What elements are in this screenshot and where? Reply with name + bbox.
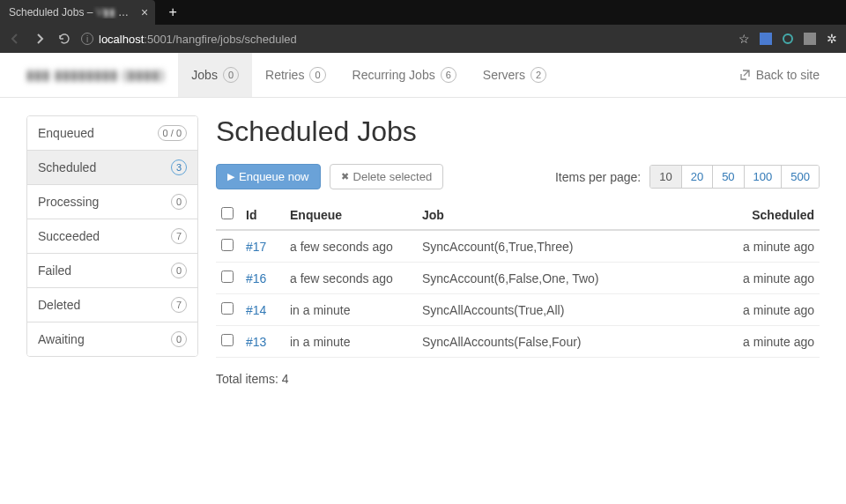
star-icon[interactable]: ☆ — [737, 32, 751, 46]
row-checkbox[interactable] — [221, 239, 234, 251]
back-to-site-label: Back to site — [756, 68, 820, 82]
enqueue-cell: a few seconds ago — [285, 263, 417, 294]
page-size-100[interactable]: 100 — [745, 166, 783, 188]
col-enqueue: Enqueue — [285, 200, 417, 230]
sidebar-item-label: Enqueued — [38, 126, 94, 140]
extension-icon[interactable] — [804, 33, 816, 45]
sidebar-item-count: 7 — [171, 228, 187, 244]
nav-tab-label: Servers — [483, 68, 525, 82]
enqueue-now-button[interactable]: ▶ Enqueue now — [216, 164, 321, 189]
nav-tab-count: 0 — [223, 67, 239, 83]
back-to-site-link[interactable]: Back to site — [738, 53, 820, 97]
extension-icon[interactable] — [760, 33, 772, 45]
row-checkbox[interactable] — [221, 302, 234, 315]
close-icon[interactable]: × — [141, 5, 148, 19]
page-size-20[interactable]: 20 — [682, 166, 713, 188]
table-row: #17a few seconds agoSyncAccount(6,True,T… — [216, 230, 820, 263]
tab-title-prefix: Scheduled Jobs – — [9, 6, 96, 19]
sidebar-item-label: Awaiting — [38, 332, 85, 346]
table-row: #14in a minuteSyncAllAccounts(True,All)a… — [216, 294, 820, 326]
sidebar-item-processing[interactable]: Processing0 — [27, 185, 197, 219]
external-link-icon — [738, 69, 751, 81]
table-row: #16a few seconds agoSyncAccount(6,False,… — [216, 263, 820, 294]
nav-tabs: Jobs 0Retries 0Recurring Jobs 6Servers 2 — [178, 53, 560, 97]
page-size-500[interactable]: 500 — [782, 166, 819, 188]
enqueue-cell: in a minute — [285, 294, 417, 326]
job-cell: SyncAccount(6,True,Three) — [417, 230, 723, 263]
main-content: Scheduled Jobs ▶ Enqueue now ✖ Delete se… — [216, 115, 820, 386]
nav-tab-retries[interactable]: Retries 0 — [252, 53, 338, 97]
nav-tab-label: Jobs — [191, 68, 218, 82]
job-cell: SyncAccount(6,False,One, Two) — [417, 263, 723, 294]
sidebar-item-count: 7 — [171, 297, 187, 313]
sidebar-item-label: Succeeded — [38, 229, 100, 243]
col-id: Id — [241, 200, 285, 230]
new-tab-button[interactable]: + — [164, 4, 182, 21]
job-id-link[interactable]: #16 — [246, 271, 266, 285]
brand-text: ▮▮▮ ▮▮▮▮▮▮▮▮ (▮▮▮▮) — [26, 67, 165, 83]
sidebar-item-succeeded[interactable]: Succeeded7 — [27, 219, 197, 254]
url-field[interactable]: i localhost:5001/hangfire/jobs/scheduled — [81, 33, 728, 46]
info-icon[interactable]: i — [81, 33, 93, 45]
sidebar-item-failed[interactable]: Failed0 — [27, 254, 197, 288]
enqueue-cell: in a minute — [285, 326, 417, 358]
scheduled-cell: a minute ago — [723, 263, 820, 294]
sidebar-item-scheduled[interactable]: Scheduled3 — [27, 151, 197, 185]
extension-icon[interactable] — [781, 32, 795, 46]
jobs-table: Id Enqueue Job Scheduled #17a few second… — [216, 200, 820, 358]
address-bar: i localhost:5001/hangfire/jobs/scheduled… — [0, 25, 846, 53]
scheduled-cell: a minute ago — [723, 230, 820, 263]
dashboard-topnav: ▮▮▮ ▮▮▮▮▮▮▮▮ (▮▮▮▮) Jobs 0Retries 0Recur… — [0, 53, 846, 98]
sidebar-item-count: 0 — [171, 263, 187, 278]
sidebar: Enqueued0 / 0Scheduled3Processing0Succee… — [26, 115, 198, 386]
sidebar-item-awaiting[interactable]: Awaiting0 — [27, 322, 197, 356]
job-cell: SyncAllAccounts(True,All) — [417, 294, 723, 326]
nav-tab-recurring-jobs[interactable]: Recurring Jobs 6 — [339, 53, 470, 97]
nav-tab-count: 0 — [309, 67, 325, 83]
scheduled-cell: a minute ago — [723, 326, 820, 358]
page-size-group: 102050100500 — [649, 165, 820, 189]
page-size-50[interactable]: 50 — [713, 166, 744, 188]
scheduled-cell: a minute ago — [723, 294, 820, 326]
reload-icon[interactable] — [56, 32, 72, 46]
sidebar-item-enqueued[interactable]: Enqueued0 / 0 — [27, 116, 197, 151]
brand[interactable]: ▮▮▮ ▮▮▮▮▮▮▮▮ (▮▮▮▮) — [26, 53, 178, 97]
sidebar-item-label: Failed — [38, 263, 71, 278]
page-size-10[interactable]: 10 — [650, 166, 681, 188]
sidebar-item-deleted[interactable]: Deleted7 — [27, 288, 197, 322]
forward-icon[interactable] — [32, 32, 48, 46]
sidebar-item-count: 0 / 0 — [158, 125, 187, 141]
tab-title-obscured: V▮▮ ▮▮▮▮▮▮ — [96, 6, 132, 19]
total-items: Total items: 4 — [216, 372, 820, 386]
table-row: #13in a minuteSyncAllAccounts(False,Four… — [216, 326, 820, 358]
nav-tab-label: Retries — [265, 68, 304, 82]
job-id-link[interactable]: #13 — [246, 335, 266, 349]
row-checkbox[interactable] — [221, 334, 234, 346]
row-checkbox[interactable] — [221, 271, 234, 283]
col-job: Job — [417, 200, 723, 230]
delete-selected-button[interactable]: ✖ Delete selected — [330, 164, 444, 189]
nav-tab-servers[interactable]: Servers 2 — [470, 53, 560, 97]
job-cell: SyncAllAccounts(False,Four) — [417, 326, 723, 358]
tab-strip: Scheduled Jobs – V▮▮ ▮▮▮▮▮▮ × + — [0, 0, 846, 25]
col-scheduled: Scheduled — [723, 200, 820, 230]
browser-tab[interactable]: Scheduled Jobs – V▮▮ ▮▮▮▮▮▮ × — [0, 0, 155, 25]
url-host: localhost — [99, 33, 144, 46]
sidebar-item-count: 0 — [171, 194, 187, 210]
back-icon[interactable] — [7, 32, 23, 46]
sidebar-item-label: Deleted — [38, 298, 80, 312]
svg-point-0 — [783, 34, 792, 43]
select-all-checkbox[interactable] — [221, 207, 234, 219]
x-icon: ✖ — [341, 171, 349, 182]
items-per-page-label: Items per page: — [555, 170, 641, 184]
nav-tab-jobs[interactable]: Jobs 0 — [178, 53, 252, 97]
nav-tab-count: 2 — [531, 67, 546, 83]
enqueue-cell: a few seconds ago — [285, 230, 417, 263]
nav-tab-label: Recurring Jobs — [352, 68, 435, 82]
extension-icon[interactable]: ✲ — [825, 32, 839, 46]
job-id-link[interactable]: #17 — [246, 240, 266, 254]
job-id-link[interactable]: #14 — [246, 303, 266, 317]
sidebar-item-label: Processing — [38, 195, 99, 209]
toolbar: ▶ Enqueue now ✖ Delete selected Items pe… — [216, 164, 820, 189]
enqueue-now-label: Enqueue now — [239, 170, 309, 183]
